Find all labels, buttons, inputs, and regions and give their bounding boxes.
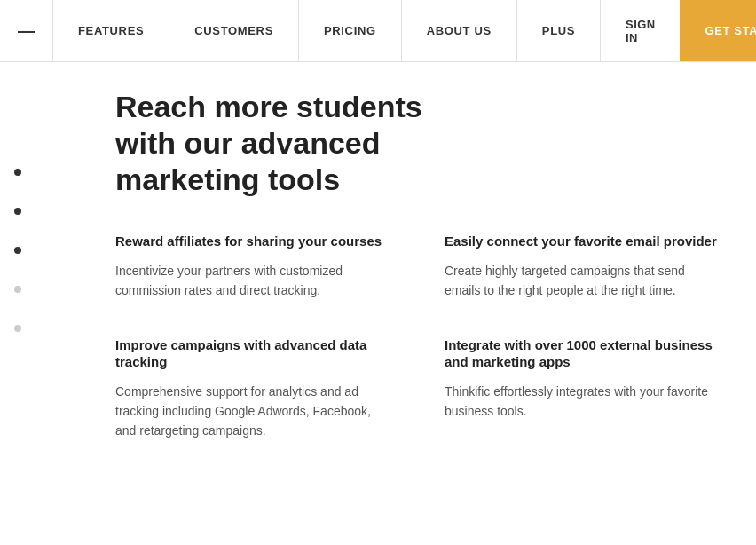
logo[interactable]: — bbox=[0, 0, 53, 61]
dot-2 bbox=[14, 208, 21, 215]
hero-title: Reach more students with our advanced ma… bbox=[115, 89, 470, 197]
feature-title-4: Integrate with over 1000 external busine… bbox=[445, 336, 721, 371]
nav-link-about-us[interactable]: ABOUT US bbox=[402, 0, 517, 61]
feature-item-4: Integrate with over 1000 external busine… bbox=[445, 336, 721, 441]
main-content: Reach more students with our advanced ma… bbox=[0, 62, 756, 441]
feature-item-1: Reward affiliates for sharing your cours… bbox=[115, 233, 391, 300]
feature-desc-3: Comprehensive support for analytics and … bbox=[115, 382, 391, 441]
feature-desc-2: Create highly targeted campaigns that se… bbox=[445, 261, 721, 301]
dot-4 bbox=[14, 286, 21, 293]
signin-button[interactable]: SIGN IN bbox=[601, 0, 680, 61]
logo-symbol: — bbox=[18, 20, 35, 41]
nav-link-pricing[interactable]: PRICING bbox=[299, 0, 402, 61]
dot-5 bbox=[14, 325, 21, 332]
dot-1 bbox=[14, 169, 21, 176]
features-grid: Reward affiliates for sharing your cours… bbox=[115, 233, 721, 440]
feature-title-3: Improve campaigns with advanced data tra… bbox=[115, 336, 391, 371]
feature-title-1: Reward affiliates for sharing your cours… bbox=[115, 233, 391, 250]
nav-link-plus[interactable]: PLUS bbox=[517, 0, 601, 61]
nav-links: FEATURES CUSTOMERS PRICING ABOUT US PLUS… bbox=[53, 0, 756, 61]
progress-dots bbox=[0, 89, 35, 441]
feature-desc-1: Incentivize your partners with customize… bbox=[115, 261, 391, 301]
nav-link-features[interactable]: FEATURES bbox=[53, 0, 169, 61]
feature-title-2: Easily connect your favorite email provi… bbox=[445, 233, 721, 250]
feature-desc-4: Thinkific effortlessly integrates with y… bbox=[445, 382, 721, 422]
feature-item-2: Easily connect your favorite email provi… bbox=[445, 233, 721, 300]
feature-item-3: Improve campaigns with advanced data tra… bbox=[115, 336, 391, 441]
navigation: — FEATURES CUSTOMERS PRICING ABOUT US PL… bbox=[0, 0, 756, 62]
get-started-button[interactable]: GET STARTED FREE bbox=[680, 0, 756, 61]
content-area: Reach more students with our advanced ma… bbox=[35, 89, 756, 441]
dot-3 bbox=[14, 247, 21, 254]
nav-link-customers[interactable]: CUSTOMERS bbox=[169, 0, 299, 61]
